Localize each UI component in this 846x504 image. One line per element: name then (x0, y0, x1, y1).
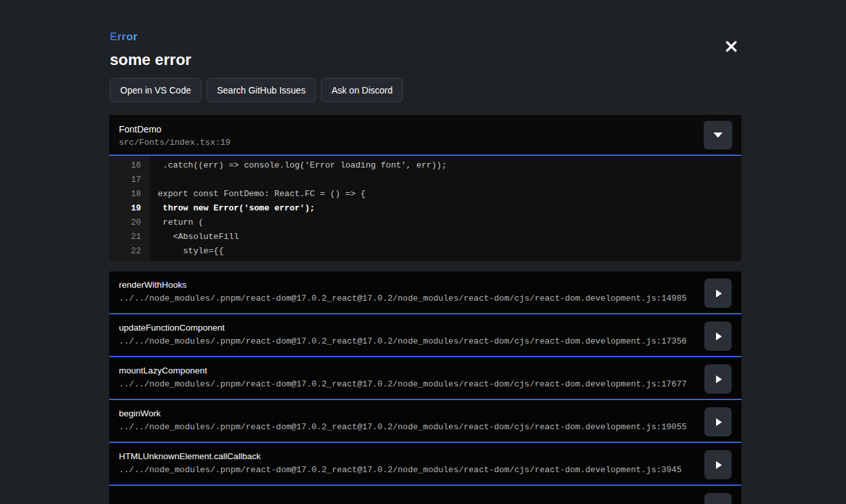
expand-frame-button[interactable] (704, 407, 732, 436)
code-frame: FontDemo src/Fonts/index.tsx:19 16 .catc… (109, 115, 741, 261)
component-name: FontDemo (119, 124, 731, 134)
ask-on-discord-button[interactable]: Ask on Discord (321, 78, 403, 102)
line-source: return ( (149, 216, 741, 230)
stack-frame-beginwork[interactable]: beginWork ../../node_modules/.pnpm/react… (109, 400, 741, 443)
code-snippet: 16 .catch((err) => console.log('Error lo… (109, 156, 741, 261)
line-source: export const FontDemo: React.FC = () => … (149, 187, 741, 201)
line-source (149, 173, 741, 187)
line-source: .catch((err) => console.log('Error loadi… (149, 158, 741, 173)
error-kicker: Error (110, 31, 138, 44)
code-frame-header: FontDemo src/Fonts/index.tsx:19 (109, 115, 741, 156)
frame-file-path: ../../node_modules/.pnpm/react-dom@17.0.… (119, 422, 696, 432)
play-icon (716, 333, 722, 340)
play-icon (716, 375, 722, 383)
code-line: 20 return ( (109, 216, 741, 230)
frame-function-name: renderWithHooks (119, 280, 696, 290)
collapse-code-frame-button[interactable] (704, 121, 732, 149)
stack-frame-updatefunctioncomponent[interactable]: updateFunctionComponent ../../node_modul… (109, 314, 741, 357)
code-line: 21 <AbsoluteFill (109, 230, 741, 244)
stack-frame-renderwithhooks[interactable]: renderWithHooks ../../node_modules/.pnpm… (109, 271, 741, 314)
line-number: 20 (109, 216, 149, 230)
stack-frame-partial[interactable] (109, 486, 741, 504)
line-source: <AbsoluteFill (149, 230, 741, 244)
line-number: 19 (109, 201, 149, 216)
line-number: 21 (109, 230, 149, 244)
frame-file-path: ../../node_modules/.pnpm/react-dom@17.0.… (119, 336, 696, 346)
play-icon (716, 290, 722, 297)
error-actions: Open in VS Code Search GitHub Issues Ask… (110, 78, 403, 102)
expand-frame-button[interactable] (704, 321, 732, 351)
close-icon (725, 40, 737, 55)
expand-frame-button[interactable] (704, 450, 732, 479)
error-message-title: some error (110, 51, 191, 69)
source-location: src/Fonts/index.tsx:19 (119, 138, 731, 147)
frame-file-path: ../../node_modules/.pnpm/react-dom@17.0.… (119, 465, 696, 475)
chevron-down-icon (713, 132, 723, 138)
line-number: 16 (109, 158, 149, 173)
expand-frame-button[interactable] (704, 279, 732, 308)
expand-frame-button[interactable] (704, 364, 732, 394)
search-github-issues-button[interactable]: Search GitHub Issues (207, 78, 316, 102)
code-line: 17 (109, 173, 741, 187)
code-line: 18 export const FontDemo: React.FC = () … (109, 187, 741, 201)
play-icon (716, 418, 722, 426)
code-line-highlighted: 19 throw new Error('some error'); (109, 201, 741, 216)
frame-function-name: mountLazyComponent (119, 366, 696, 375)
line-number: 18 (109, 187, 149, 201)
frame-function-name: updateFunctionComponent (119, 323, 696, 333)
frame-function-name: beginWork (119, 409, 696, 418)
frame-file-path: ../../node_modules/.pnpm/react-dom@17.0.… (119, 379, 696, 389)
stack-trace-list: renderWithHooks ../../node_modules/.pnpm… (109, 271, 741, 504)
expand-frame-button[interactable] (704, 493, 732, 504)
frame-file-path: ../../node_modules/.pnpm/react-dom@17.0.… (119, 294, 696, 303)
play-icon (716, 461, 722, 469)
line-number: 17 (109, 173, 149, 187)
line-source: style={{ (149, 244, 741, 258)
code-line: 16 .catch((err) => console.log('Error lo… (109, 158, 741, 173)
open-in-vscode-button[interactable]: Open in VS Code (110, 78, 201, 102)
stack-frame-callcallback[interactable]: HTMLUnknownElement.callCallback ../../no… (109, 443, 741, 486)
line-number: 22 (109, 244, 149, 258)
frame-function-name: HTMLUnknownElement.callCallback (119, 451, 696, 461)
code-line: 22 style={{ (109, 244, 741, 258)
line-source: throw new Error('some error'); (149, 201, 741, 216)
stack-frame-mountlazycomponent[interactable]: mountLazyComponent ../../node_modules/.p… (109, 357, 741, 400)
close-button[interactable] (720, 36, 742, 58)
